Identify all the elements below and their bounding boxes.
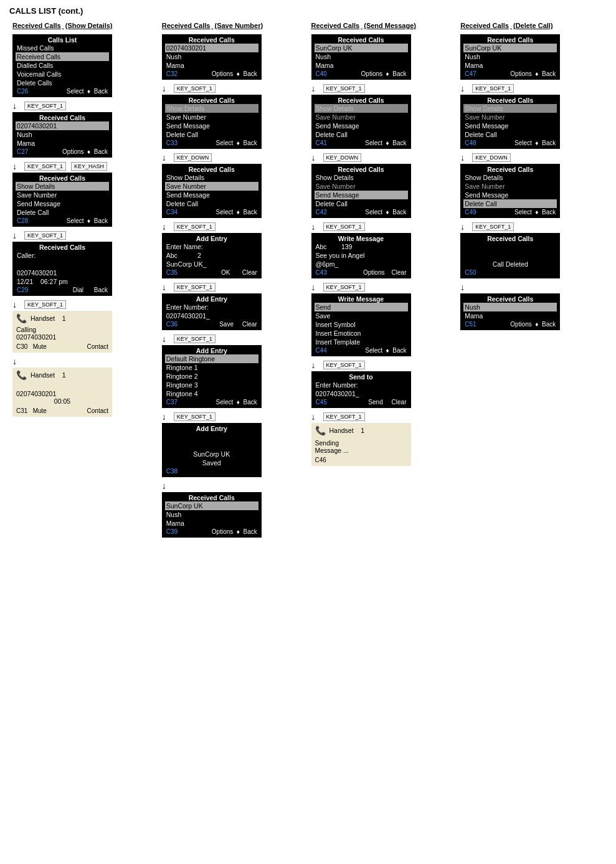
arrow-c26: ↓ KEY_SOFT_1 xyxy=(12,101,156,111)
step-c39: Received Calls SunCorp UK Nush Mama C39 … xyxy=(162,492,305,538)
arrow-c29: ↓ KEY_SOFT_1 xyxy=(12,300,156,310)
arrow-c45: ↓ KEY_SOFT_1 xyxy=(311,412,455,422)
column-save-number: Received Calls (Save Number) Received Ca… xyxy=(159,22,308,541)
arrow-c50: ↓ xyxy=(460,282,604,292)
step-c32: Received Calls 02074030201 Nush Mama C32… xyxy=(162,34,305,80)
arrow-c43: ↓ KEY_SOFT_1 xyxy=(311,282,455,292)
arrow-c33: ↓ KEY_DOWN xyxy=(162,153,305,163)
step-c46: 📞 Handset 1 Sending Message ... C46 xyxy=(311,423,455,466)
screen-c29: Received Calls Caller: 02074030201 12/21… xyxy=(12,242,112,296)
callscreen-c30: 📞 Handset 1 Calling 02074030201 C30 Mute… xyxy=(12,311,112,353)
screen-c50: Received Calls Call Deleted C50 xyxy=(460,233,560,278)
screen-c33: Received Calls Show Details Save Number … xyxy=(162,95,262,149)
step-c26: Calls List Missed Calls Received Calls D… xyxy=(12,34,156,97)
screen-c35: Add Entry Enter Name: Abc 2 SunCorp UK_ … xyxy=(162,233,262,278)
step-c43: Write Message Abc 139 See you in Angel @… xyxy=(311,233,455,278)
step-c35: Add Entry Enter Name: Abc 2 SunCorp UK_ … xyxy=(162,233,305,278)
step-c41: Received Calls Show Details Save Number … xyxy=(311,95,455,149)
screen-c34: Received Calls Show Details Save Number … xyxy=(162,164,262,218)
step-c40: Received Calls SunCorp UK Nush Mama C40 … xyxy=(311,34,455,80)
screen-c43: Write Message Abc 139 See you in Angel @… xyxy=(311,233,411,278)
callscreen-c31: 📞 Handset 1 02074030201 00:05 C31 Mute C… xyxy=(12,368,112,417)
sendscreen-c46: 📞 Handset 1 Sending Message ... C46 xyxy=(311,423,411,466)
step-c31: 📞 Handset 1 02074030201 00:05 C31 Mute C… xyxy=(12,368,156,417)
screen-c41: Received Calls Show Details Save Number … xyxy=(311,95,411,149)
col2-header: Received Calls (Save Number) xyxy=(162,22,305,29)
arrow-c30: ↓ xyxy=(12,356,156,366)
column-send-message: Received Calls (Send Message) Received C… xyxy=(308,22,458,470)
step-c30: 📞 Handset 1 Calling 02074030201 C30 Mute… xyxy=(12,311,156,353)
screen-c45: Send to Enter Number: 02074030201_ C45 S… xyxy=(311,371,411,408)
screen-c37: Add Entry Default Ringtone Ringtone 1 Ri… xyxy=(162,345,262,408)
arrow-c47: ↓ KEY_SOFT_1 xyxy=(460,83,604,93)
screen-c40: Received Calls SunCorp UK Nush Mama C40 … xyxy=(311,34,411,80)
step-c50: Received Calls Call Deleted C50 xyxy=(460,233,604,278)
step-c36: Add Entry Enter Number: 02074030201_ C36… xyxy=(162,293,305,330)
step-c48: Received Calls Show Details Save Number … xyxy=(460,95,604,149)
step-c42: Received Calls Show Details Save Number … xyxy=(311,164,455,218)
arrow-c34: ↓ KEY_SOFT_1 xyxy=(162,222,305,232)
arrow-c28: ↓ KEY_SOFT_1 xyxy=(12,230,156,240)
arrow-c49: ↓ KEY_SOFT_1 xyxy=(460,222,604,232)
arrow-c35: ↓ KEY_SOFT_1 xyxy=(162,282,305,292)
arrow-c42: ↓ KEY_SOFT_1 xyxy=(311,222,455,232)
arrow-c27: ↓ KEY_SOFT_1 KEY_HASH xyxy=(12,161,156,171)
screen-c32: Received Calls 02074030201 Nush Mama C32… xyxy=(162,34,262,80)
arrow-c38: ↓ xyxy=(162,481,305,491)
arrow-c40: ↓ KEY_SOFT_1 xyxy=(311,83,455,93)
step-c37: Add Entry Default Ringtone Ringtone 1 Ri… xyxy=(162,345,305,408)
col1-header: Received Calls (Show Details) xyxy=(12,22,156,29)
step-c27: Received Calls 02074030201 Nush Mama C27… xyxy=(12,112,156,158)
screen-c44: Write Message Send Save Insert Symbol In… xyxy=(311,293,411,356)
step-c49: Received Calls Show Details Save Number … xyxy=(460,164,604,218)
screen-c47: Received Calls SunCorp UK Nush Mama C47 … xyxy=(460,34,560,80)
screen-c36: Add Entry Enter Number: 02074030201_ C36… xyxy=(162,293,262,330)
screen-c27: Received Calls 02074030201 Nush Mama C27… xyxy=(12,112,112,158)
page-title: CALLS LIST (cont.) xyxy=(9,6,607,16)
step-c33: Received Calls Show Details Save Number … xyxy=(162,95,305,149)
arrow-c44: ↓ KEY_SOFT_1 xyxy=(311,360,455,370)
step-c44: Write Message Send Save Insert Symbol In… xyxy=(311,293,455,356)
step-c38: Add Entry SunCorp UK Saved C38 xyxy=(162,423,305,477)
step-c34: Received Calls Show Details Save Number … xyxy=(162,164,305,218)
step-c47: Received Calls SunCorp UK Nush Mama C47 … xyxy=(460,34,604,80)
arrow-c48: ↓ KEY_DOWN xyxy=(460,153,604,163)
arrow-c36: ↓ KEY_SOFT_1 xyxy=(162,334,305,344)
screen-c42: Received Calls Show Details Save Number … xyxy=(311,164,411,218)
screen-c49: Received Calls Show Details Save Number … xyxy=(460,164,560,218)
col4-header: Received Calls (Delete Call) xyxy=(460,22,604,29)
column-delete-call: Received Calls (Delete Call) Received Ca… xyxy=(457,22,607,334)
col3-header: Received Calls (Send Message) xyxy=(311,22,455,29)
screen-c28: Received Calls Show Details Save Number … xyxy=(12,173,112,227)
column-show-details: Received Calls (Show Details) Calls List… xyxy=(9,22,159,420)
arrow-c41: ↓ KEY_DOWN xyxy=(311,153,455,163)
step-c51: Received Calls Nush Mama C51 Options ♦ B… xyxy=(460,293,604,330)
screen-c26: Calls List Missed Calls Received Calls D… xyxy=(12,34,112,97)
arrow-c37: ↓ KEY_SOFT_1 xyxy=(162,412,305,422)
arrow-c32: ↓ KEY_SOFT_1 xyxy=(162,83,305,93)
step-c29: Received Calls Caller: 02074030201 12/21… xyxy=(12,242,156,296)
screen-c48: Received Calls Show Details Save Number … xyxy=(460,95,560,149)
step-c28: Received Calls Show Details Save Number … xyxy=(12,173,156,227)
screen-c38: Add Entry SunCorp UK Saved C38 xyxy=(162,423,262,477)
screen-c51: Received Calls Nush Mama C51 Options ♦ B… xyxy=(460,293,560,330)
step-c45: Send to Enter Number: 02074030201_ C45 S… xyxy=(311,371,455,408)
screen-c39: Received Calls SunCorp UK Nush Mama C39 … xyxy=(162,492,262,538)
